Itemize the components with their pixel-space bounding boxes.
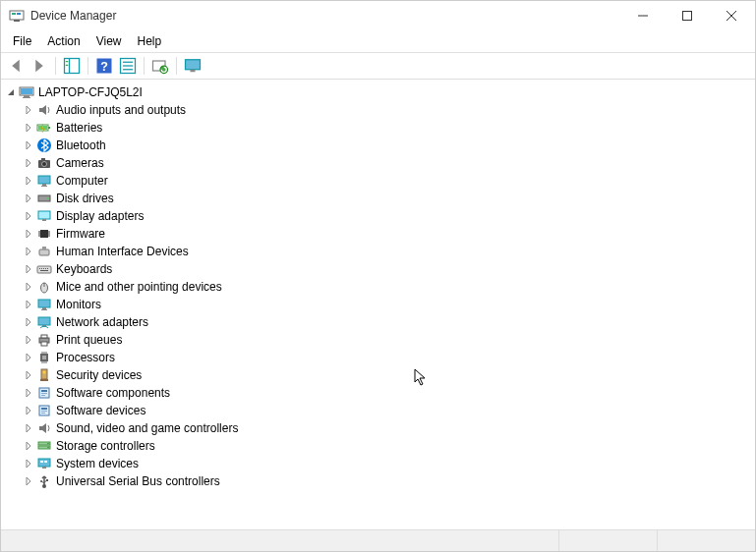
svg-rect-49	[37, 266, 51, 273]
svg-rect-48	[42, 247, 46, 249]
svg-rect-84	[41, 413, 45, 414]
expander-icon[interactable]	[21, 403, 36, 418]
expander-icon[interactable]	[21, 208, 36, 224]
menu-view[interactable]: View	[88, 32, 130, 50]
console-tree-button[interactable]	[61, 55, 83, 77]
menubar: File Action View Help	[1, 30, 755, 52]
svg-rect-76	[40, 379, 48, 381]
cpu-icon	[36, 350, 52, 365]
tree-root[interactable]: LAPTOP-CFJQ5L2I	[3, 83, 753, 101]
security-icon	[36, 367, 52, 383]
tree-node[interactable]: Keyboards	[3, 260, 753, 278]
expander-icon[interactable]	[21, 138, 36, 153]
svg-rect-67	[42, 356, 46, 359]
statusbar	[1, 529, 755, 551]
expander-icon[interactable]	[21, 473, 36, 489]
tree-node[interactable]: Disk drives	[3, 190, 753, 207]
back-button[interactable]	[5, 55, 27, 77]
help-button[interactable]: ?	[93, 55, 115, 77]
disk-icon	[36, 191, 52, 206]
keyboard-icon	[36, 261, 52, 277]
menu-file[interactable]: File	[5, 32, 39, 50]
statusbar-cell-3	[657, 530, 755, 551]
expander-icon[interactable]	[3, 84, 19, 100]
expander-icon[interactable]	[21, 226, 36, 242]
expander-icon[interactable]	[21, 314, 36, 330]
expander-icon[interactable]	[21, 332, 36, 348]
tree-node[interactable]: Cameras	[3, 154, 753, 172]
svg-rect-21	[191, 70, 196, 73]
svg-text:?: ?	[100, 60, 108, 74]
scan-hardware-button[interactable]	[149, 55, 171, 77]
tree-node[interactable]: Network adapters	[3, 313, 753, 331]
minimize-button[interactable]	[620, 2, 665, 30]
expander-icon[interactable]	[21, 367, 36, 383]
expander-icon[interactable]	[21, 385, 36, 401]
tree-node[interactable]: Monitors	[3, 296, 753, 313]
expander-icon[interactable]	[21, 420, 36, 436]
svg-rect-61	[38, 317, 50, 325]
expander-icon[interactable]	[21, 297, 36, 312]
tree-node-label: Firmware	[56, 227, 105, 241]
expander-icon[interactable]	[21, 350, 36, 365]
tree-node[interactable]: Display adapters	[3, 207, 753, 225]
forward-button[interactable]	[29, 55, 50, 77]
expander-icon[interactable]	[21, 102, 36, 118]
svg-rect-54	[47, 268, 48, 269]
monitor-view-button[interactable]	[182, 55, 204, 77]
expander-icon[interactable]	[21, 244, 36, 259]
tree-node[interactable]: Firmware	[3, 225, 753, 243]
expander-icon[interactable]	[21, 438, 36, 454]
tree-node[interactable]: Sound, video and game controllers	[3, 419, 753, 437]
display-icon	[36, 208, 52, 224]
tree-node[interactable]: Audio inputs and outputs	[3, 101, 753, 119]
tree-node[interactable]: Storage controllers	[3, 437, 753, 455]
svg-rect-11	[66, 65, 69, 66]
svg-rect-24	[24, 95, 29, 97]
tree-node-label: Disk drives	[56, 192, 114, 205]
tree-node[interactable]: Software components	[3, 384, 753, 402]
tree-node-label: Display adapters	[56, 209, 144, 223]
usb-icon	[36, 473, 52, 489]
tree-node[interactable]: Mice and other pointing devices	[3, 278, 753, 296]
svg-rect-34	[42, 184, 46, 186]
svg-rect-65	[41, 342, 47, 346]
maximize-button[interactable]	[665, 2, 709, 30]
menu-action[interactable]: Action	[39, 32, 87, 50]
expander-icon[interactable]	[21, 191, 36, 206]
tree-node[interactable]: System devices	[3, 455, 753, 472]
tree-node[interactable]: Computer	[3, 172, 753, 190]
expander-icon[interactable]	[21, 120, 36, 136]
tree-node-label: System devices	[56, 457, 139, 470]
device-tree[interactable]: LAPTOP-CFJQ5L2IAudio inputs and outputsB…	[1, 80, 755, 525]
svg-point-88	[47, 447, 48, 448]
expander-icon[interactable]	[21, 155, 36, 171]
close-button[interactable]	[709, 2, 753, 30]
svg-rect-38	[38, 211, 50, 219]
action-menu-button[interactable]	[117, 55, 139, 77]
tree-node-label: Universal Serial Bus controllers	[56, 474, 220, 488]
system-icon	[36, 456, 52, 471]
expander-icon[interactable]	[21, 173, 36, 189]
svg-rect-90	[42, 467, 46, 469]
svg-rect-50	[39, 268, 40, 269]
tree-node[interactable]: Batteries	[3, 119, 753, 137]
expander-icon[interactable]	[21, 456, 36, 471]
tree-node[interactable]: Processors	[3, 349, 753, 366]
svg-rect-20	[186, 60, 201, 70]
svg-rect-2	[12, 13, 16, 15]
menu-help[interactable]: Help	[130, 32, 170, 50]
tree-node[interactable]: Security devices	[3, 366, 753, 384]
tree-node[interactable]: Bluetooth	[3, 137, 753, 154]
svg-rect-23	[21, 88, 32, 94]
storage-icon	[36, 438, 52, 454]
tree-node-label: Keyboards	[56, 262, 112, 276]
expander-icon[interactable]	[21, 261, 36, 277]
expander-icon[interactable]	[21, 279, 36, 295]
svg-rect-5	[682, 12, 691, 21]
tree-node[interactable]: Universal Serial Bus controllers	[3, 472, 753, 490]
tree-node[interactable]: Human Interface Devices	[3, 243, 753, 260]
tree-node[interactable]: Print queues	[3, 331, 753, 349]
tree-node[interactable]: Software devices	[3, 402, 753, 419]
svg-rect-3	[17, 13, 21, 15]
